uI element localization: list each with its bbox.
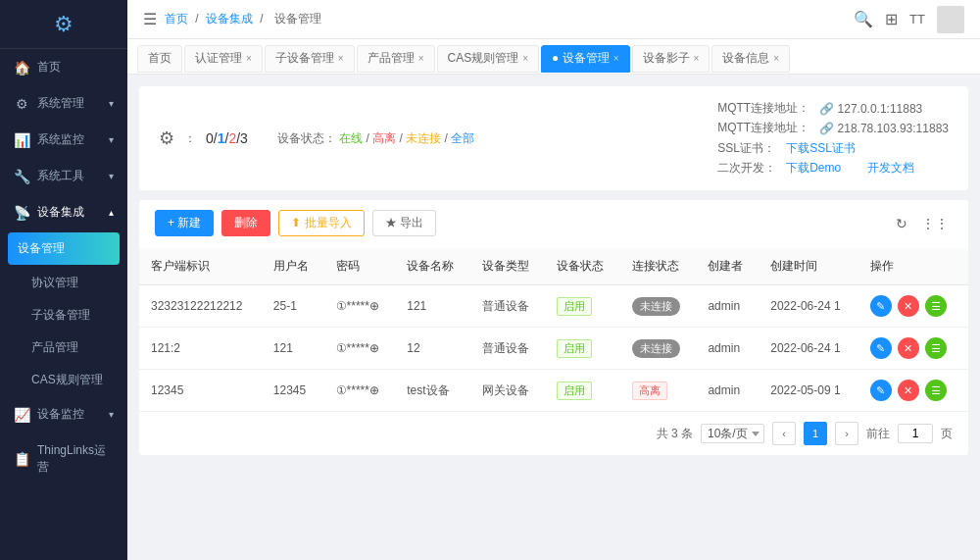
tab-product-close[interactable]: ×: [418, 53, 424, 64]
status-offline[interactable]: 未连接: [406, 131, 441, 145]
table-row: 32323122212212 25-1 ①*****⊕ 121 普通设备 启用 …: [139, 285, 968, 328]
sidebar-subitem-cas-rules[interactable]: CAS规则管理: [0, 364, 127, 396]
tab-cas-label: CAS规则管理: [448, 50, 519, 67]
sidebar-product-mgmt-label: 产品管理: [31, 339, 78, 356]
cell-creator: admin: [696, 328, 759, 370]
sidebar-subitem-sub-device-mgmt[interactable]: 子设备管理: [0, 299, 127, 331]
cell-password: ①*****⊕: [324, 328, 396, 370]
tab-device-info[interactable]: 设备信息 ×: [711, 45, 790, 73]
dev-demo-link[interactable]: 下载Demo: [786, 161, 841, 175]
cell-actions: ✎ ✕ ☰: [858, 328, 968, 370]
page-jump-input[interactable]: [898, 424, 933, 443]
topbar-left: ☰ 首页 / 设备集成 / 设备管理: [143, 10, 325, 28]
sidebar-item-system-tools[interactable]: 🔧 系统工具 ▾: [0, 158, 127, 194]
col-device-name: 设备名称: [395, 248, 470, 285]
device-integration-icon: 📡: [14, 205, 29, 221]
sidebar-logo[interactable]: ⚙: [0, 0, 127, 49]
breadcrumb-home[interactable]: 首页: [165, 12, 188, 25]
export-button[interactable]: ★ 导出: [372, 210, 436, 236]
column-settings-icon[interactable]: ⋮⋮: [917, 212, 953, 235]
sidebar-subitem-device-mgmt[interactable]: 设备管理: [8, 232, 120, 265]
prev-page-btn[interactable]: ‹: [772, 422, 796, 445]
tab-device-shadow[interactable]: 设备影子 ×: [632, 45, 710, 73]
status-high[interactable]: 高离: [372, 131, 396, 145]
row-delete-button[interactable]: ✕: [898, 337, 919, 359]
stats-card: ⚙ ： 0/1/2/3 设备状态： 在线 / 高离 / 未连接 / 全部: [139, 86, 968, 190]
status-online[interactable]: 在线: [339, 131, 363, 145]
detail-button[interactable]: ☰: [925, 295, 947, 317]
sidebar-item-device-monitor[interactable]: 📈 设备监控 ▾: [0, 396, 127, 433]
logo-icon: ⚙: [54, 12, 74, 37]
sidebar-item-home[interactable]: 🏠 首页: [0, 49, 127, 85]
col-password: 密码: [324, 248, 396, 285]
status-all[interactable]: 全部: [451, 131, 474, 145]
sidebar-item-system-monitor[interactable]: 📊 系统监控 ▾: [0, 122, 127, 158]
tab-device-mgmt-close[interactable]: ×: [613, 53, 619, 64]
avatar[interactable]: [937, 6, 964, 33]
cell-device-name: test设备: [395, 370, 470, 412]
detail-button[interactable]: ☰: [925, 337, 947, 359]
edit-button[interactable]: ✎: [870, 380, 892, 401]
menu-icon[interactable]: ☰: [143, 10, 157, 28]
device-status-badge: 启用: [557, 382, 592, 400]
tab-device-shadow-close[interactable]: ×: [694, 53, 700, 64]
tab-device-info-close[interactable]: ×: [773, 53, 779, 64]
cell-device-type: 普通设备: [470, 285, 546, 328]
home-icon: 🏠: [14, 60, 29, 76]
tab-auth-close[interactable]: ×: [246, 53, 252, 64]
page-size-select[interactable]: 10条/页 20条/页 50条/页: [701, 424, 764, 443]
tab-device-mgmt[interactable]: ● 设备管理 ×: [541, 45, 629, 73]
next-page-btn[interactable]: ›: [835, 422, 858, 445]
font-icon[interactable]: TT: [909, 12, 925, 26]
col-creator: 创建者: [696, 248, 759, 285]
ssl-download-link[interactable]: 下载SSL证书: [786, 141, 856, 155]
stats-device-icon: ⚙: [159, 127, 174, 149]
add-label: + 新建: [168, 215, 201, 231]
page-unit-label: 页: [941, 426, 953, 442]
sidebar-item-system-mgmt[interactable]: ⚙ 系统管理 ▾: [0, 85, 127, 122]
tab-auth-mgmt[interactable]: 认证管理 ×: [184, 45, 263, 73]
topbar-right: 🔍 ⊞ TT: [854, 6, 964, 33]
breadcrumb-device-integration[interactable]: 设备集成: [206, 12, 253, 25]
edit-button[interactable]: ✎: [870, 337, 892, 359]
cell-connect-status: 高离: [620, 370, 697, 412]
mqtt2-link-icon: 🔗: [819, 122, 834, 135]
cell-client-id: 12345: [139, 370, 262, 412]
mqtt1-label: MQTT连接地址：: [717, 100, 809, 117]
edit-button[interactable]: ✎: [870, 295, 892, 317]
detail-button[interactable]: ☰: [925, 380, 947, 401]
cell-username: 25-1: [262, 285, 324, 328]
sidebar-thinglinks-label: ThingLinks运营: [37, 442, 114, 476]
topbar: ☰ 首页 / 设备集成 / 设备管理 🔍 ⊞ TT: [127, 0, 980, 39]
sidebar-item-device-integration[interactable]: 📡 设备集成 ▴: [0, 194, 127, 230]
row-delete-button[interactable]: ✕: [898, 295, 919, 317]
tab-product[interactable]: 产品管理 ×: [357, 45, 435, 73]
stats-numbers: 0/1/2/3: [206, 130, 248, 146]
tab-home-label: 首页: [148, 50, 172, 67]
refresh-icon[interactable]: ↻: [892, 212, 911, 235]
dev-docs-link[interactable]: 开发文档: [867, 161, 914, 175]
row-delete-button[interactable]: ✕: [898, 380, 919, 401]
connect-status-badge: 未连接: [632, 339, 680, 358]
sidebar-item-thinglinks-ops[interactable]: 📋 ThingLinks运营: [0, 433, 127, 485]
search-icon[interactable]: 🔍: [854, 10, 873, 28]
cell-actions: ✎ ✕ ☰: [858, 285, 968, 328]
tab-home[interactable]: 首页: [137, 45, 182, 73]
device-monitor-icon: 📈: [14, 407, 29, 423]
delete-button[interactable]: 删除: [221, 210, 270, 236]
fullscreen-icon[interactable]: ⊞: [885, 10, 898, 28]
page-1-btn[interactable]: 1: [804, 422, 827, 445]
batch-import-button[interactable]: ⬆ 批量导入: [278, 210, 364, 236]
sidebar-subitem-product-mgmt[interactable]: 产品管理: [0, 331, 127, 364]
sidebar-subitem-protocol-mgmt[interactable]: 协议管理: [0, 267, 127, 299]
add-button[interactable]: + 新建: [155, 210, 214, 236]
stats-right: MQTT连接地址： 🔗 127.0.0.1:11883 MQTT连接地址： 🔗 …: [717, 100, 949, 177]
tab-device-shadow-label: 设备影子: [643, 50, 690, 67]
dev-label: 二次开发：: [717, 160, 776, 177]
cell-create-time: 2022-05-09 1: [759, 370, 858, 412]
tab-cas[interactable]: CAS规则管理 ×: [437, 45, 540, 73]
tab-sub-device[interactable]: 子设备管理 ×: [265, 45, 355, 73]
tab-cas-close[interactable]: ×: [522, 53, 528, 64]
tab-sub-device-close[interactable]: ×: [338, 53, 344, 64]
content-area: ⚙ ： 0/1/2/3 设备状态： 在线 / 高离 / 未连接 / 全部: [127, 75, 980, 560]
